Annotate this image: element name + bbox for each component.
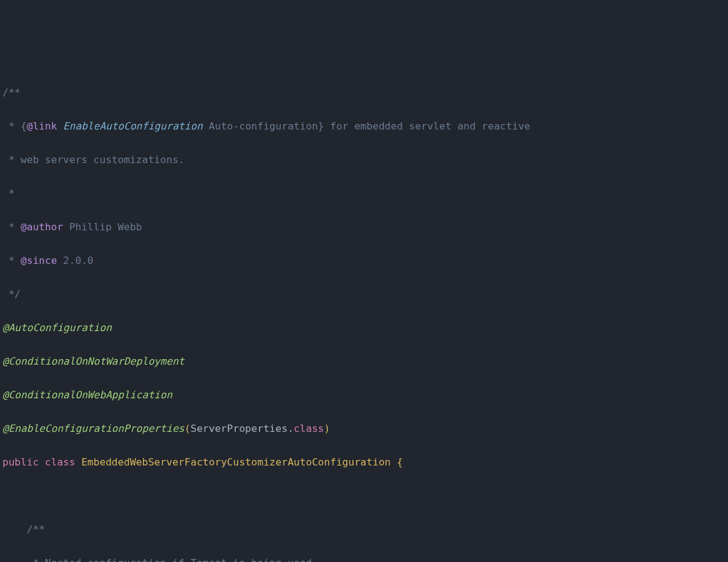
annotation-conditional-webapp: @ConditionalOnWebApplication (2, 389, 172, 401)
code-line[interactable] (2, 487, 728, 505)
javadoc-author-tag: @author (21, 221, 64, 233)
annotation-autoconfiguration: @AutoConfiguration (2, 322, 112, 334)
code-line[interactable]: * {@link EnableAutoConfiguration Auto-co… (2, 118, 728, 135)
annotation-conditional-notwar: @ConditionalOnNotWarDeployment (2, 356, 184, 367)
code-line[interactable]: @ConditionalOnNotWarDeployment (2, 353, 728, 370)
code-line[interactable]: * @since 2.0.0 (2, 252, 728, 269)
javadoc-close: */ (2, 288, 21, 300)
javadoc-open: /** (2, 87, 21, 98)
javadoc-open: /** (2, 524, 45, 535)
code-line[interactable]: @AutoConfiguration (2, 319, 728, 337)
code-line[interactable]: * (2, 185, 728, 202)
author-name: Phillip Webb (63, 221, 142, 233)
annotation-enable-properties: @EnableConfigurationProperties (2, 423, 184, 434)
code-line[interactable]: @EnableConfigurationProperties(ServerPro… (2, 420, 728, 437)
javadoc-link-tag: @link (27, 120, 57, 132)
code-line[interactable]: */ (2, 286, 728, 303)
class-name-main[interactable]: EmbeddedWebServerFactoryCustomizerAutoCo… (81, 456, 391, 468)
code-editor[interactable]: /** * {@link EnableAutoConfiguration Aut… (0, 67, 728, 562)
keyword-public: public (2, 456, 39, 468)
code-line[interactable]: * web servers customizations. (2, 151, 728, 169)
since-version: 2.0.0 (57, 255, 93, 266)
code-line[interactable]: @ConditionalOnWebApplication (2, 387, 728, 404)
code-line[interactable]: * Nested configuration if Tomcat is bein… (2, 555, 728, 563)
keyword-class: class (45, 456, 76, 468)
code-line[interactable]: public class EmbeddedWebServerFactoryCus… (2, 454, 728, 471)
type-ref[interactable]: ServerProperties (191, 423, 288, 434)
javadoc-link-target[interactable]: EnableAutoConfiguration (63, 120, 202, 132)
code-line[interactable]: * @author Phillip Webb (2, 219, 728, 236)
code-line[interactable]: /** (2, 84, 728, 101)
javadoc-since-tag: @since (21, 255, 57, 266)
code-line[interactable]: /** (2, 521, 728, 538)
